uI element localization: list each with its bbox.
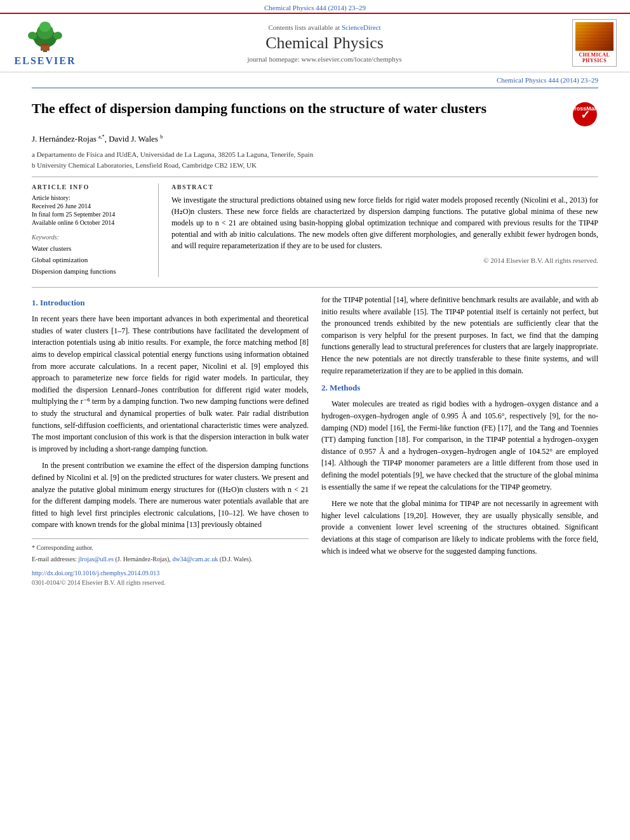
article-title: The effect of dispersion damping functio… — [32, 100, 566, 118]
methods-paragraph-1: Water molecules are treated as rigid bod… — [321, 398, 598, 493]
article-info-column: ARTICLE INFO Article history: Received 2… — [32, 183, 159, 277]
email1[interactable]: jlrojas@ull.es — [78, 556, 114, 563]
final-form-date: In final form 25 September 2014 — [32, 211, 148, 218]
history-label: Article history: — [32, 194, 148, 201]
svg-rect-5 — [41, 46, 50, 51]
copyright-notice: © 2014 Elsevier B.V. All rights reserved… — [171, 255, 598, 266]
keywords-label: Keywords: — [32, 234, 148, 241]
keywords-section: Keywords: Water clusters Global optimiza… — [32, 234, 148, 277]
body-left-column: 1. Introduction In recent years there ha… — [32, 294, 309, 588]
journal-title: Chemical Physics — [90, 34, 559, 53]
author-names: J. Hernández-Rojas a,*, David J. Wales b — [32, 134, 163, 143]
chemical-physics-logo: CHEMICAL PHYSICS — [572, 19, 617, 67]
body-right-column: for the TIP4P potential [14], where defi… — [321, 294, 598, 588]
journal-volume-info: Chemical Physics 444 (2014) 23–29 — [264, 4, 366, 11]
journal-logo-area: CHEMICAL PHYSICS — [569, 19, 620, 67]
article-volume-bar: Chemical Physics 444 (2014) 23–29 — [32, 72, 598, 88]
footnote-corresponding: * Corresponding author. — [32, 543, 309, 553]
cp-logo-image — [575, 22, 613, 51]
doi-line[interactable]: http://dx.doi.org/10.1016/j.chemphys.201… — [32, 568, 309, 578]
abstract-text: We investigate the structural prediction… — [171, 194, 598, 266]
keyword-2: Global optimization — [32, 255, 148, 266]
elsevier-tree-icon — [23, 19, 67, 54]
journal-info-bar: Chemical Physics 444 (2014) 23–29 — [0, 0, 630, 13]
svg-point-9 — [53, 32, 62, 39]
article-info-label: ARTICLE INFO — [32, 183, 148, 190]
methods-paragraph-2: Here we note that the global minima for … — [321, 498, 598, 557]
affiliation-b: b University Chemical Laboratories, Lens… — [32, 160, 598, 171]
section2-heading: 2. Methods — [321, 382, 598, 394]
sciencedirect-line: Contents lists available at ScienceDirec… — [90, 23, 559, 31]
cp-logo-label: CHEMICAL PHYSICS — [575, 52, 613, 63]
section1-heading: 1. Introduction — [32, 297, 309, 309]
body-section: 1. Introduction In recent years there ha… — [32, 287, 598, 588]
keyword-3: Dispersion damping functions — [32, 266, 148, 277]
email2-name: (D.J. Wales). — [220, 556, 253, 563]
svg-text:CrossMark: CrossMark — [573, 105, 597, 112]
abstract-column: ABSTRACT We investigate the structural p… — [171, 183, 598, 277]
elsevier-logo: ELSEVIER — [15, 19, 76, 67]
email-label: E-mail addresses: — [32, 556, 77, 563]
article-history: Article history: Received 26 June 2014 I… — [32, 194, 148, 226]
available-date: Available online 6 October 2014 — [32, 219, 148, 226]
intro-paragraph-1: In recent years there have been importan… — [32, 313, 309, 455]
elsevier-label: ELSEVIER — [15, 55, 76, 67]
footnote-emails: E-mail addresses: jlrojas@ull.es (J. Her… — [32, 554, 309, 564]
keyword-1: Water clusters — [32, 243, 148, 255]
abstract-label: ABSTRACT — [171, 183, 598, 190]
journal-header-center: Contents lists available at ScienceDirec… — [90, 23, 559, 63]
info-abstract-section: ARTICLE INFO Article history: Received 2… — [32, 177, 598, 277]
journal-header: ELSEVIER Contents lists available at Sci… — [0, 13, 630, 72]
email1-name: (J. Hernández-Rojas), — [115, 556, 170, 563]
sciencedirect-link[interactable]: ScienceDirect — [342, 23, 381, 31]
elsevier-logo-area: ELSEVIER — [10, 19, 80, 67]
issn-line: 0301-0104/© 2014 Elsevier B.V. All right… — [32, 578, 309, 588]
main-content: Chemical Physics 444 (2014) 23–29 The ef… — [0, 72, 630, 588]
svg-rect-4 — [42, 43, 48, 46]
authors-line: J. Hernández-Rojas a,*, David J. Wales b — [32, 134, 598, 144]
crossmark-icon: ✓ CrossMark — [573, 102, 597, 126]
article-title-area: The effect of dispersion damping functio… — [32, 100, 598, 128]
svg-point-8 — [28, 32, 37, 39]
affiliation-a: a Departamento de Física and IUdEA, Univ… — [32, 149, 598, 160]
intro-paragraph-2: In the present contribution we examine t… — [32, 460, 309, 531]
svg-point-3 — [39, 22, 51, 32]
footnotes: * Corresponding author. E-mail addresses… — [32, 538, 309, 588]
crossmark-badge: ✓ CrossMark — [573, 102, 598, 128]
received-date: Received 26 June 2014 — [32, 203, 148, 210]
journal-homepage: journal homepage: www.elsevier.com/locat… — [90, 55, 559, 63]
affiliations: a Departamento de Física and IUdEA, Univ… — [32, 149, 598, 170]
right-intro-continuation: for the TIP4P potential [14], where defi… — [321, 294, 598, 377]
email2[interactable]: dw34@cam.ac.uk — [172, 556, 218, 563]
